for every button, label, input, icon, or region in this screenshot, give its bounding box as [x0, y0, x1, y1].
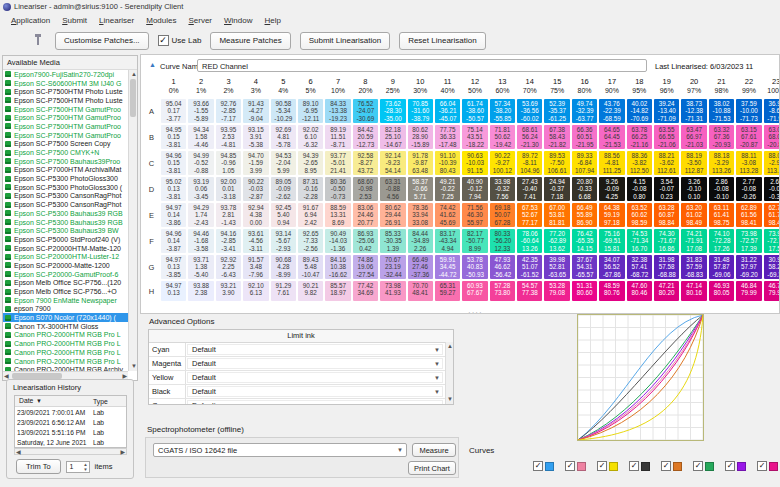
media-item[interactable]: Canon PRO-2000HTM RGB Pro L: [3, 357, 128, 366]
media-item[interactable]: Epson SC-P7500HTM Photo Luste: [3, 96, 128, 105]
media-item[interactable]: Epson SC-P7500HTM GamutProo: [3, 113, 128, 122]
media-item[interactable]: Epson SC-P5300 Bauhaus39 BW: [3, 226, 128, 235]
media-item[interactable]: Canon PRO-2000HTM RGB Pro L: [3, 331, 128, 340]
media-item[interactable]: Canon PRO-2000HTM RGB Pro L: [3, 348, 128, 357]
ink-limit-dropdown[interactable]: Default▼: [187, 358, 443, 369]
scroll-right-icon[interactable]: ▶: [120, 449, 125, 456]
customise-patches-button[interactable]: Customise Patches...: [55, 32, 149, 50]
ink-limit-dropdown[interactable]: Default▼: [187, 386, 443, 397]
media-item[interactable]: Epson SC-P5000 StdProof240 (V): [3, 235, 128, 244]
media-item[interactable]: Epson SC-S60600HTM 3M IJ40 G: [3, 79, 128, 88]
checkbox-icon[interactable]: ✓: [693, 461, 703, 471]
spinner-arrows-icon[interactable]: ▲▼: [83, 462, 87, 472]
media-item[interactable]: Epson SC-P5300 CansonRagPhot: [3, 200, 128, 209]
menu-window[interactable]: Window: [218, 15, 258, 26]
checkbox-icon[interactable]: ✓: [597, 461, 607, 471]
patch-cell: 94.970.14-3.86: [161, 203, 186, 227]
media-item[interactable]: Epson SC-P7500HTM GamutProo: [3, 122, 128, 131]
media-item[interactable]: Epson SC-P5300 Bauhaus39 RGB: [3, 209, 128, 218]
media-item[interactable]: Epson SC-P20000-Matte-1200: [3, 261, 128, 270]
media-item[interactable]: Epson S070 Ncolor (720x1440) (: [3, 313, 128, 322]
splitter-handle[interactable]: ····: [468, 308, 483, 317]
submit-linearisation-button[interactable]: Submit Linearisation: [300, 32, 390, 50]
collapse-triangle-icon[interactable]: ▲: [149, 61, 156, 68]
media-item[interactable]: Epson SC-P5300 Bauhaus39 RGB: [3, 218, 128, 227]
media-item[interactable]: Canon TX-3000HTM Gloss: [3, 322, 128, 331]
ink-limit-dropdown[interactable]: Default▼: [187, 344, 443, 355]
scroll-thumb[interactable]: [130, 79, 136, 117]
trim-count-spinner[interactable]: 1 ▲▼: [66, 461, 90, 473]
menu-application[interactable]: Application: [5, 15, 56, 26]
measure-patches-button[interactable]: Measure Patches: [210, 32, 290, 50]
measurement-file-dropdown[interactable]: CGATS / ISO 12642 file ▼: [153, 443, 407, 457]
media-item[interactable]: Epson SC-P7500 Screen Copy: [3, 140, 128, 149]
media-item[interactable]: Epson SC-P7500HTM Photo Luste: [3, 87, 128, 96]
media-item[interactable]: Epson Melb Office SC-P756...+O: [3, 287, 128, 296]
patch-grid: 10%21%32%43%54%65%710%820%925%1030%1140%…: [143, 77, 779, 313]
checkbox-icon[interactable]: ✓: [757, 461, 767, 471]
chevron-down-icon: ▼: [434, 347, 440, 353]
media-item[interactable]: Epson SC-P5300 PhotoGloss300 (: [3, 183, 128, 192]
media-item[interactable]: Epson SC-P7500 Bauhaus39Proo: [3, 157, 128, 166]
curve-name-input[interactable]: RED Channel: [197, 59, 647, 72]
scroll-left-icon[interactable]: ◀: [16, 449, 21, 456]
checkbox-icon[interactable]: ✓: [725, 461, 735, 471]
media-item[interactable]: Epson SC-P7500HTM GamutProo: [3, 105, 128, 114]
curve-toggle-magenta[interactable]: ✓: [757, 461, 778, 471]
media-item[interactable]: Epson 7900 EnMatte Newspaper: [3, 296, 128, 305]
curve-toggle-violet[interactable]: ✓: [725, 461, 746, 471]
checkbox-icon[interactable]: ✓: [661, 461, 671, 471]
history-row[interactable]: 23/09/2021 6:56:12 AMLab: [15, 417, 126, 427]
history-type-column-header[interactable]: Type: [91, 398, 126, 405]
checkbox-icon[interactable]: ✓: [565, 461, 575, 471]
measure-button[interactable]: Measure: [412, 443, 456, 457]
checkbox-icon[interactable]: ✓: [533, 461, 543, 471]
media-item[interactable]: Epson7900-FujiSatin270-720dpi: [3, 70, 128, 79]
media-item[interactable]: Canon PRO-2000HTM RGB Pro L: [3, 339, 128, 348]
media-item[interactable]: Epson SC-P20000-GamutProof-6: [3, 270, 128, 279]
patch-cell: 63.31-0.884.56: [380, 177, 405, 201]
media-item[interactable]: Epson Melb Office SC-P756...(120: [3, 279, 128, 288]
media-item[interactable]: Epson SC-P20000HTM-Luster-12: [3, 252, 128, 261]
curve-toggle-yellow[interactable]: ✓: [597, 461, 618, 471]
media-item[interactable]: Epson SC-P7000HTM ArchivalMat: [3, 166, 128, 175]
reset-linearisation-button[interactable]: Reset Linearisation: [399, 32, 485, 50]
history-date-column-header[interactable]: Date ▾: [15, 397, 91, 405]
media-item[interactable]: Epson SC-P7500 CMYK+N: [3, 148, 128, 157]
media-vertical-scrollbar[interactable]: ▲ ▼: [128, 70, 137, 371]
media-item[interactable]: Epson SC-P20000HTM-Matte-120: [3, 244, 128, 253]
scroll-down-icon[interactable]: ▼: [131, 363, 137, 370]
patch-cell: 31.8357.59-68.83: [681, 255, 706, 279]
history-row[interactable]: 23/09/2021 7:00:01 AMLab: [15, 407, 126, 417]
history-horizontal-scrollbar[interactable]: ◀ ▶: [14, 448, 127, 455]
patch-column-header: 1575%: [543, 77, 570, 95]
curve-toggle-light-magenta[interactable]: ✓: [565, 461, 586, 471]
media-item[interactable]: Epson SC-P5300 PhotoGloss300: [3, 174, 128, 183]
media-item[interactable]: Epson SC-P5300 CansonRagPhot: [3, 192, 128, 201]
checkbox-icon[interactable]: ✓: [629, 461, 639, 471]
trim-to-button[interactable]: Trim To: [16, 459, 61, 474]
curve-toggle-black[interactable]: ✓: [629, 461, 650, 471]
menu-modules[interactable]: Modules: [140, 15, 182, 26]
print-chart-button[interactable]: Print Chart: [408, 461, 456, 475]
scroll-down-icon[interactable]: ▼: [447, 396, 453, 403]
menu-submit[interactable]: Submit: [56, 15, 93, 26]
limit-ink-scrollbar[interactable]: ▲ ▼: [445, 342, 453, 404]
toolbar-handle-icon[interactable]: [37, 34, 39, 45]
media-item[interactable]: Epson SC-P7500HTM GamutProo: [3, 131, 128, 140]
curve-toggle-orange[interactable]: ✓: [661, 461, 682, 471]
ink-limit-dropdown[interactable]: Default▼: [187, 400, 443, 405]
ink-limit-dropdown[interactable]: Default▼: [187, 372, 443, 383]
menu-lineariser[interactable]: Lineariser: [93, 15, 140, 26]
use-lab-checkbox[interactable]: ✓ Use Lab: [158, 35, 202, 46]
menu-help[interactable]: Help: [259, 15, 287, 26]
curve-toggle-cyan[interactable]: ✓: [533, 461, 554, 471]
history-row[interactable]: Saturday, 12 June 2021Lab: [15, 437, 126, 447]
menu-server[interactable]: Server: [182, 15, 218, 26]
media-item[interactable]: epson 7900: [3, 305, 128, 314]
curve-toggle-green[interactable]: ✓: [693, 461, 714, 471]
scroll-up-icon[interactable]: ▲: [447, 343, 453, 350]
history-row[interactable]: 13/09/2021 5:51:16 PMLab: [15, 427, 126, 437]
checkbox-icon[interactable]: ✓: [158, 35, 169, 46]
scroll-up-icon[interactable]: ▲: [131, 71, 137, 78]
